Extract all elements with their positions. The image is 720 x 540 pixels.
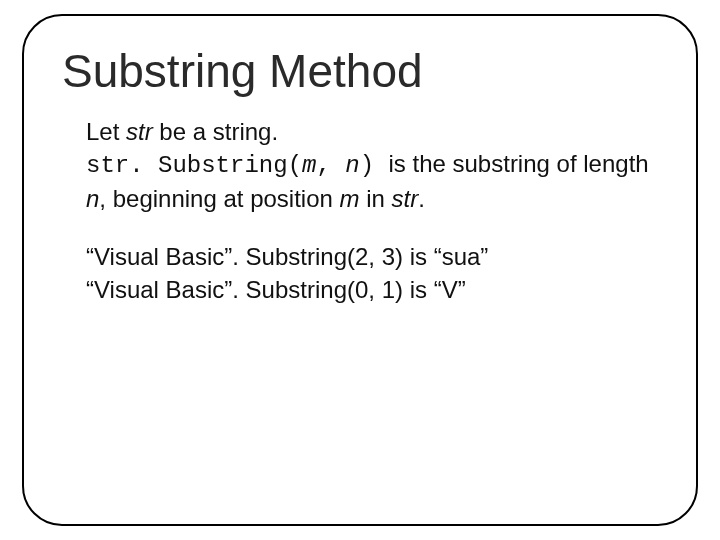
example-1: “Visual Basic”. Substring(2, 3) is “sua”	[86, 241, 658, 273]
intro-post: be a string.	[153, 118, 278, 145]
code-arg-m: m	[302, 152, 316, 179]
slide-frame: Substring Method Let str be a string. st…	[22, 14, 698, 526]
def-mid1: , beginning at position	[99, 185, 339, 212]
code-pre: str. Substring(	[86, 152, 302, 179]
slide-title: Substring Method	[62, 44, 658, 98]
def-end: .	[418, 185, 425, 212]
def-var-m: m	[340, 185, 360, 212]
def-mid2: in	[360, 185, 392, 212]
slide-body: Let str be a string. str. Substring(m, n…	[62, 116, 658, 306]
code-arg-n: n	[345, 152, 359, 179]
definition-line-2: n, beginning at position m in str.	[86, 183, 658, 215]
spacer	[86, 215, 658, 241]
intro-pre: Let	[86, 118, 126, 145]
slide: Substring Method Let str be a string. st…	[0, 0, 720, 540]
code-mid: ,	[316, 152, 345, 179]
example-2: “Visual Basic”. Substring(0, 1) is “V”	[86, 274, 658, 306]
def-trail: is the substring of length	[388, 150, 648, 177]
intro-var-str: str	[126, 118, 153, 145]
def-var-str: str	[392, 185, 419, 212]
definition-line-1: str. Substring(m, n) is the substring of…	[86, 148, 658, 182]
def-var-n: n	[86, 185, 99, 212]
intro-line: Let str be a string.	[86, 116, 658, 148]
code-post: )	[360, 152, 389, 179]
